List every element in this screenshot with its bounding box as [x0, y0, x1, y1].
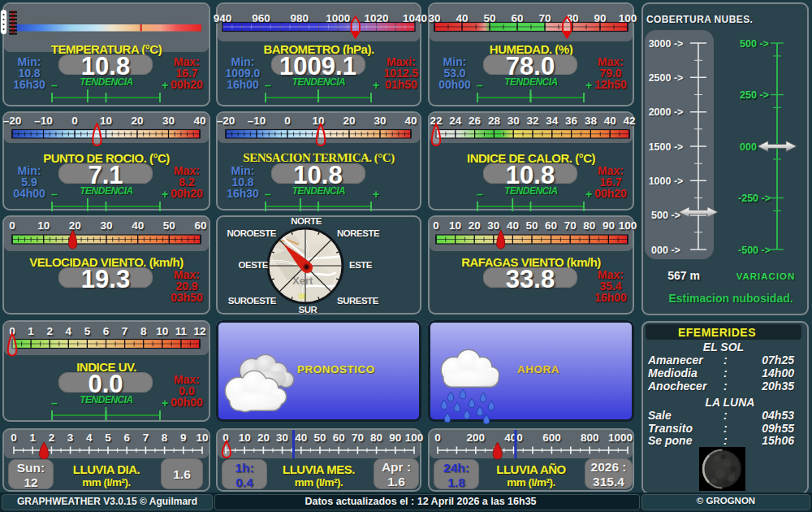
svg-text:000 ->: 000 -> — [651, 245, 680, 256]
svg-text:2500 ->: 2500 -> — [649, 72, 684, 84]
svg-text:-250 ->: -250 -> — [738, 193, 771, 204]
svg-text:40: 40 — [295, 432, 307, 444]
svg-text:28: 28 — [488, 115, 501, 127]
svg-text:90: 90 — [603, 219, 615, 232]
svg-text:30: 30 — [162, 115, 175, 127]
svg-text:800: 800 — [581, 432, 599, 444]
svg-text:2: 2 — [46, 325, 53, 337]
svg-text:20: 20 — [257, 432, 270, 444]
svg-text:30: 30 — [487, 219, 499, 232]
svg-text:11: 11 — [175, 325, 188, 337]
svg-text:6: 6 — [123, 432, 130, 444]
svg-text:38: 38 — [585, 115, 598, 127]
svg-text:3000 ->: 3000 -> — [649, 38, 684, 50]
svg-text:1: 1 — [28, 325, 34, 337]
svg-text:2: 2 — [49, 432, 55, 444]
svg-text:1000 ->: 1000 -> — [649, 176, 684, 187]
svg-text:–20: –20 — [3, 115, 22, 127]
svg-text:0: 0 — [71, 115, 78, 127]
svg-text:10: 10 — [196, 432, 208, 444]
svg-text:0: 0 — [434, 432, 441, 444]
svg-text:30: 30 — [276, 432, 288, 444]
svg-text:30: 30 — [374, 115, 386, 127]
svg-text:–20: –20 — [217, 115, 235, 127]
svg-text:70: 70 — [352, 432, 364, 444]
svg-text:1000: 1000 — [608, 432, 633, 444]
svg-text:400: 400 — [504, 432, 523, 444]
svg-text:30: 30 — [100, 219, 112, 232]
svg-text:40: 40 — [132, 219, 144, 232]
svg-text:600: 600 — [542, 432, 561, 444]
svg-text:1: 1 — [29, 432, 36, 444]
svg-text:70: 70 — [564, 219, 577, 232]
svg-text:10: 10 — [312, 115, 324, 127]
svg-text:42: 42 — [623, 115, 635, 127]
svg-text:100: 100 — [619, 219, 637, 232]
svg-text:60: 60 — [545, 219, 557, 232]
svg-text:36: 36 — [565, 115, 578, 127]
svg-text:9: 9 — [180, 432, 187, 444]
svg-text:0: 0 — [9, 219, 15, 232]
svg-text:26: 26 — [469, 115, 482, 127]
svg-text:7: 7 — [143, 432, 149, 444]
svg-text:40: 40 — [604, 115, 616, 127]
svg-text:8: 8 — [140, 325, 147, 337]
svg-text:500 ->: 500 -> — [740, 38, 769, 50]
svg-text:10: 10 — [239, 432, 251, 444]
svg-text:80: 80 — [583, 219, 595, 232]
svg-text:-500 ->: -500 -> — [738, 245, 771, 256]
svg-text:100: 100 — [405, 432, 424, 444]
svg-text:200: 200 — [467, 432, 486, 444]
svg-text:50: 50 — [525, 219, 538, 232]
svg-text:50: 50 — [163, 219, 175, 232]
svg-text:500 ->: 500 -> — [651, 210, 680, 221]
svg-text:8: 8 — [162, 432, 168, 444]
svg-text:20: 20 — [343, 115, 355, 127]
svg-text:4: 4 — [66, 325, 72, 337]
svg-text:20: 20 — [469, 219, 481, 232]
svg-text:60: 60 — [333, 432, 345, 444]
svg-text:20: 20 — [131, 115, 143, 127]
svg-text:6: 6 — [103, 325, 110, 337]
svg-text:80: 80 — [370, 432, 382, 444]
svg-text:250 ->: 250 -> — [740, 89, 769, 101]
svg-text:2000 ->: 2000 -> — [649, 106, 684, 118]
svg-text:40: 40 — [404, 115, 417, 127]
svg-text:–10: –10 — [34, 115, 53, 127]
svg-text:32: 32 — [526, 115, 538, 127]
svg-text:4: 4 — [86, 432, 93, 444]
svg-text:0: 0 — [11, 432, 17, 444]
svg-text:Xert: Xert — [292, 275, 313, 287]
svg-text:5: 5 — [105, 432, 111, 444]
svg-text:10: 10 — [37, 219, 50, 232]
svg-text:10: 10 — [449, 219, 461, 232]
svg-text:12: 12 — [193, 325, 205, 337]
svg-text:40: 40 — [507, 219, 519, 232]
svg-text:50: 50 — [313, 432, 326, 444]
svg-text:0: 0 — [433, 219, 439, 232]
svg-text:24: 24 — [449, 115, 462, 127]
svg-text:40: 40 — [193, 115, 205, 127]
svg-text:1500 ->: 1500 -> — [649, 141, 684, 153]
svg-text:0: 0 — [284, 115, 291, 127]
svg-text:20: 20 — [69, 219, 81, 232]
svg-text:5: 5 — [84, 325, 91, 337]
svg-text:30: 30 — [508, 115, 520, 127]
svg-text:10: 10 — [156, 325, 168, 337]
svg-text:10: 10 — [100, 115, 112, 127]
svg-text:3: 3 — [67, 432, 74, 444]
svg-text:90: 90 — [389, 432, 401, 444]
svg-text:–10: –10 — [248, 115, 266, 127]
svg-text:7: 7 — [122, 325, 128, 337]
svg-text:34: 34 — [546, 115, 559, 127]
